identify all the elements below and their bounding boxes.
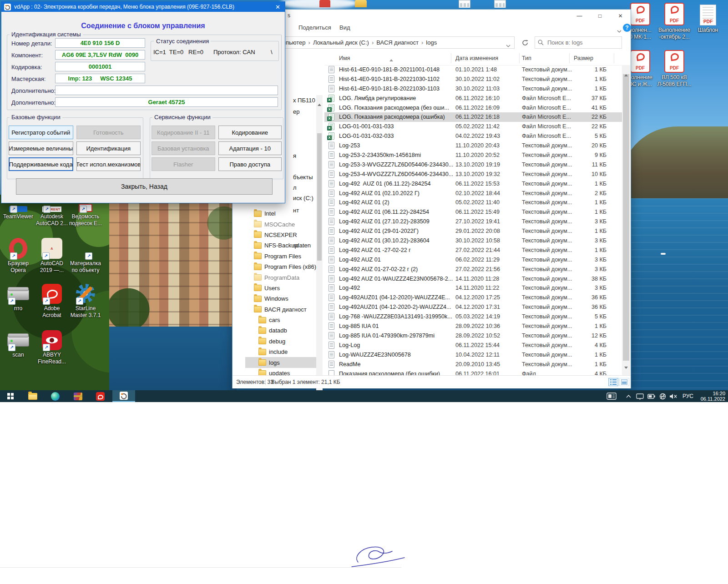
table-row[interactable]: Log-492 AUZ 01 (29-01-2022Г) 29.01.2022 … — [324, 227, 622, 236]
table-row[interactable]: Hist-61-4E0-910-181-B-20221030-1102 30.1… — [324, 75, 622, 84]
function-button[interactable]: Flasher — [152, 157, 215, 171]
search-box[interactable] — [535, 36, 622, 49]
table-row[interactable]: Log-492 AUZ 01 06.02.2022 11:29 Текстовы… — [324, 255, 622, 265]
tree-item[interactable]: MSOCache — [245, 219, 321, 229]
scroll-down-icon[interactable] — [624, 367, 628, 376]
table-row[interactable]: Log-492 AUZ 01 (02.10.2022 Г) 02.10.2022… — [324, 189, 622, 198]
tree-item[interactable]: updates — [245, 368, 321, 375]
function-button[interactable]: Идентификация — [76, 141, 141, 155]
table-row[interactable]: LOG-01-001-031-033 05.02.2022 11:42 Файл… — [324, 122, 622, 131]
table-row[interactable]: Log-492AUZ01 (04-12-2020)-WAUZZZ4E... 04… — [324, 293, 622, 302]
table-row[interactable]: Log-492 AUZ 01 (06.11.22)-284254 06.11.2… — [324, 207, 622, 217]
partial-desktop-icon[interactable] — [459, 0, 470, 8]
table-row[interactable]: Log-885 IUA 01 28.09.2022 10:36 Текстовы… — [324, 322, 622, 331]
tree-item[interactable]: Program Files — [245, 251, 321, 262]
minimize-button[interactable]: — — [569, 10, 590, 22]
start-button[interactable] — [3, 390, 18, 402]
sidebar-item-fragment[interactable]: бъекты — [293, 174, 313, 181]
clock[interactable]: 16:20 06.11.2022 — [701, 391, 725, 402]
language-indicator[interactable]: РУС — [680, 390, 696, 402]
table-row[interactable]: Log-492 AUZ 01 -27-02-22 г 27.02.2022 21… — [324, 246, 622, 255]
taskbar-vdapp-active[interactable] — [112, 390, 135, 402]
tree-item[interactable]: ВАСЯ диагност — [245, 304, 321, 315]
column-header-size[interactable]: Размер — [574, 55, 593, 61]
field-value[interactable]: Geraet 45725 — [55, 97, 278, 107]
table-row[interactable]: Log-492 14.11.2020 11:22 Текстовый докум… — [324, 283, 622, 293]
tree-item[interactable]: Intel — [245, 208, 321, 219]
function-button[interactable]: Кодирование — [218, 126, 282, 139]
news-widget-icon[interactable] — [603, 390, 620, 402]
taskbar-explorer[interactable] — [24, 390, 42, 402]
desktop-icon[interactable]: PDF ВЛ 500 кВЛ-5086 ЕГП... — [654, 51, 695, 88]
table-row[interactable]: Log-492 AUZ 01-27-02-22 г (2) 27.02.2022… — [324, 265, 622, 274]
table-row[interactable]: Log-492 AUZ 01 (27.10.22)-283509 27.10.2… — [324, 217, 622, 227]
desktop-icon[interactable]: ↗ StarLineMaster 3.7.1 — [65, 282, 106, 319]
function-button[interactable]: Регистратор событий — [9, 126, 73, 139]
function-button[interactable]: Базовая установка — [152, 141, 215, 155]
close-button[interactable]: ✕ — [610, 10, 631, 22]
partial-desktop-icon[interactable] — [319, 0, 330, 7]
tree-item[interactable]: debug — [245, 336, 321, 347]
dialog-titlebar[interactable]: vdApp : 02- Электроника коробки передач,… — [1, 2, 285, 12]
table-row[interactable]: Log-253-2-234350km-145618mi 11.10.2020 2… — [324, 151, 622, 160]
partial-desktop-icon[interactable] — [494, 0, 506, 8]
table-row[interactable]: ReadMe 20.09.2010 13:45 Текстовый докум.… — [324, 360, 622, 369]
partial-desktop-icon[interactable] — [355, 0, 367, 7]
table-row[interactable]: Log-492 AUZ 01 (30.10.22)-283604 30.10.2… — [324, 236, 622, 246]
field-value[interactable]: 4E0 910 156 D — [55, 38, 145, 48]
taskbar-winrar[interactable] — [69, 390, 87, 402]
details-view-button[interactable] — [608, 378, 618, 386]
function-button[interactable]: Тест испол.механизмов — [76, 157, 141, 171]
desktop-icon[interactable]: PDF Шаблон — [688, 4, 728, 34]
taskbar-edge[interactable] — [46, 390, 64, 402]
address-bar[interactable]: › Этот компьютер›Локальный диск (C:)›ВАС… — [253, 36, 515, 49]
desktop-icon[interactable]: X ↗ Материалкапо объекту — [65, 237, 106, 274]
table-row[interactable]: LOG. Показания расходомера (ошибка) 06.1… — [324, 112, 622, 122]
column-header-type[interactable]: Тип — [522, 55, 531, 61]
file-list-scrollbar-thumb[interactable] — [623, 74, 629, 361]
help-icon[interactable]: ? — [623, 24, 631, 32]
field-value[interactable]: Imp: 123 WSC 12345 — [55, 74, 145, 83]
function-button[interactable]: Поддерживаемые кода — [9, 157, 73, 171]
table-row[interactable]: LOG. Лямбда регулирование 06.11.2022 16:… — [324, 94, 622, 103]
breadcrumb-item[interactable]: ВАСЯ диагност› — [374, 39, 424, 46]
column-header-date[interactable]: Дата изменения — [455, 55, 498, 61]
sidebar-item-fragment[interactable]: ер — [293, 108, 299, 115]
field-value[interactable]: AG6 09E 3,7L5V RdW 0090 — [55, 50, 145, 60]
taskbar-acrobat[interactable] — [91, 390, 109, 402]
tree-item[interactable]: NCSEXPER — [245, 230, 321, 240]
table-row[interactable]: Hist-61-4E0-910-181-B-20221030-1103 30.1… — [324, 84, 622, 94]
function-button[interactable]: Готовность — [76, 126, 141, 139]
maximize-button[interactable]: □ — [590, 10, 610, 22]
table-row[interactable]: Показания расходомера (без ошибки) 06.11… — [324, 369, 622, 376]
field-value[interactable]: 0001001 — [55, 62, 145, 71]
scroll-up-icon[interactable] — [624, 67, 628, 76]
address-dropdown-icon[interactable] — [506, 42, 511, 49]
refresh-icon[interactable] — [518, 36, 532, 49]
scroll-up-icon[interactable] — [318, 97, 321, 106]
field-value[interactable] — [55, 86, 278, 95]
table-row[interactable]: Log-885 IUA 01-479390km-297879mi 28.09.2… — [324, 331, 622, 341]
function-button[interactable]: Измеряемые величины — [9, 141, 73, 155]
battery-icon[interactable] — [646, 390, 656, 402]
hidden-icons-chevron[interactable] — [623, 390, 633, 402]
column-header-name[interactable]: Имя — [339, 55, 350, 61]
volume-muted-icon[interactable] — [668, 390, 679, 402]
ribbon-collapse-icon[interactable] — [617, 27, 622, 34]
table-row[interactable]: LOG-01-031-032-033 04.02.2022 19:43 Файл… — [324, 131, 622, 141]
close-back-button[interactable]: Закрыть, Назад — [16, 178, 273, 195]
breadcrumb-item[interactable]: Локальный диск (C:)› — [311, 39, 374, 46]
desktop-icon[interactable]: ↗ ABBYYFineRead... — [31, 328, 72, 365]
search-input[interactable] — [546, 39, 617, 46]
tree-item[interactable]: Windows — [245, 293, 321, 304]
table-row[interactable]: Log-768 -WAUZZZ8E03A131491-319950k... 05… — [324, 312, 622, 322]
table-row[interactable]: Log-253 11.10.2020 20:43 Текстовый докум… — [324, 141, 622, 151]
table-row[interactable]: Hist-61-4E0-910-181-B-20211001-0148 01.1… — [324, 65, 622, 75]
table-row[interactable]: Log-492 AUZ 01 (06.11.22)-284254 06.11.2… — [324, 179, 622, 189]
breadcrumb-item[interactable]: logs› — [424, 39, 439, 46]
sidebar-item-fragment[interactable]: я — [293, 152, 296, 159]
network-globe-icon[interactable] — [657, 390, 667, 402]
table-row[interactable]: Log-253-4-WVGZZZ7LZ6D054406-234430... 13… — [324, 170, 622, 179]
function-button[interactable]: Адаптация - 10 — [218, 141, 282, 155]
tree-item[interactable]: Program Files (x86) — [245, 262, 321, 272]
